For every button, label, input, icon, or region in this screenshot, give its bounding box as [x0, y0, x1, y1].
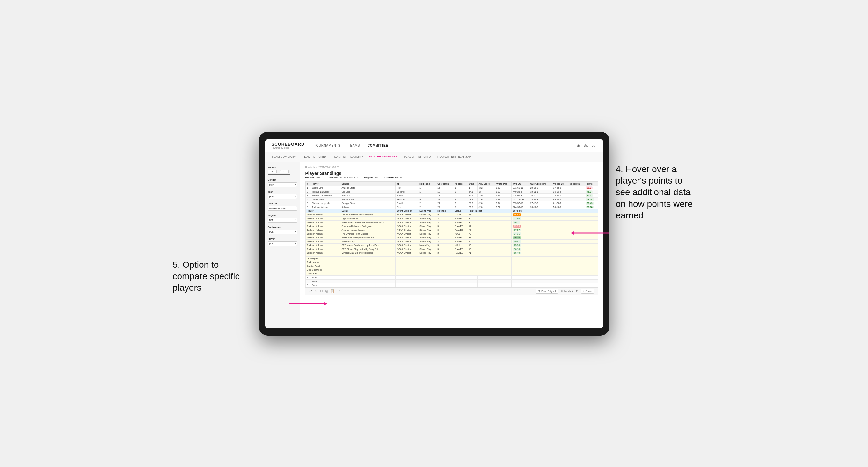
timer-btn[interactable]: ⏱: [337, 289, 341, 293]
annotation-5: 5. Option to compare specific players: [173, 259, 249, 294]
nav-right: ◉ Sign out: [577, 143, 597, 148]
sidebar-no-rds-label: No Rds.: [268, 166, 298, 169]
range-from[interactable]: 4: [268, 170, 277, 174]
sidebar-conference-control[interactable]: (All)▾: [268, 229, 298, 234]
sidebar-year-control[interactable]: (All)▾: [268, 194, 298, 199]
table-row: 8 Mats: [305, 279, 598, 283]
share-label: Share: [585, 290, 592, 292]
nav-links: TOURNAMENTS TEAMS COMMITTEE: [314, 143, 577, 148]
col-rank: #: [305, 181, 310, 186]
sub-nav-team-summary[interactable]: TEAM SUMMARY: [272, 155, 296, 159]
tablet-screen: SCOREBOARD Powered by clippi TOURNAMENTS…: [265, 139, 603, 328]
share-btn[interactable]: ⤴ Share: [581, 289, 594, 293]
content-header: Update time: 27/01/2024 16:56:26: [305, 166, 598, 168]
sidebar-region: Region N/A▾: [268, 214, 298, 222]
table-row: 1 Wenyi Ding Arizona State First 1 15 1 …: [305, 186, 598, 190]
arrow-5-svg: [289, 301, 328, 307]
col-points: Points: [584, 181, 598, 186]
toolbar-right: ⊞ View: Original 👁 Watch ▾ ⬆ ⤴: [535, 289, 594, 293]
nav-tournaments[interactable]: TOURNAMENTS: [314, 143, 340, 148]
sidebar-region-control[interactable]: N/A▾: [268, 218, 298, 222]
svg-marker-1: [323, 302, 328, 306]
sidebar-player-control[interactable]: (All)▾: [268, 241, 298, 246]
paste-btn[interactable]: 📋: [330, 289, 335, 293]
points-badge[interactable]: 70.2: [586, 194, 593, 197]
event-row: Jackson Koloun Amer An Intercollegiate N…: [305, 228, 598, 232]
event-row: Jackson Koloun Williams Cup NCAA Divisio…: [305, 240, 598, 243]
col-vs25: Vs Top 25: [552, 181, 568, 186]
event-row: Bastian Amat: [305, 264, 598, 268]
event-row: Jack Lundin: [305, 260, 598, 264]
sidebar-gender-control[interactable]: Men▾: [268, 182, 298, 187]
view-icon: ⊞: [538, 290, 540, 292]
event-row: Cole Sherwood: [305, 268, 598, 272]
toolbar-left: ↩ ↪ ↺ ⎘ 📋 ⏱: [309, 289, 341, 293]
sidebar-no-rds: No Rds. 4 - 52: [268, 166, 298, 175]
view-label: View: Original: [541, 290, 556, 292]
points-badge[interactable]: 58.18: [586, 206, 594, 209]
nav-teams[interactable]: TEAMS: [348, 143, 360, 148]
sidebar-conference-label: Conference: [268, 226, 298, 228]
sign-out-link[interactable]: Sign out: [584, 143, 597, 148]
sidebar-gender-label: Gender: [268, 179, 298, 181]
event-row: Jackson Koloun The Cypress Point Classic…: [305, 232, 598, 236]
table-row: 3 Michael Thorbjornsen Stanford Fourth 1…: [305, 193, 598, 197]
points-badge[interactable]: 60.49: [586, 202, 594, 205]
update-time: Update time: 27/01/2024 16:56:26: [305, 166, 339, 168]
sidebar-player: Player (All)▾: [268, 238, 298, 246]
bottom-toolbar: ↩ ↪ ↺ ⎘ 📋 ⏱ ⊞ View: Original: [305, 287, 598, 295]
col-adj-score: Adj. Score: [477, 181, 494, 186]
points-badge[interactable]: 88.2: [586, 186, 593, 189]
slider-fill: [268, 175, 290, 175]
svg-marker-3: [570, 231, 575, 235]
logo-area: SCOREBOARD Powered by clippi: [272, 142, 305, 149]
event-row: Jackson Koloun UNCW Seahawk Intercollegi…: [305, 213, 598, 216]
col-avg-sg: Avg SG: [511, 181, 529, 186]
watch-btn[interactable]: 👁 Watch ▾: [561, 290, 573, 292]
col-vs50: Vs Top 50: [568, 181, 584, 186]
sub-nav: TEAM SUMMARY TEAM H2H GRID TEAM H2H HEAT…: [265, 152, 603, 162]
filter-conference: Conference: All: [384, 176, 403, 179]
event-row: Jackson Koloun Tiger Invitational NCAA D…: [305, 216, 598, 220]
copy-btn[interactable]: ⎘: [326, 289, 328, 293]
event-row: Jackson Koloun SEC Stroke Play hosted by…: [305, 247, 598, 251]
sidebar-region-label: Region: [268, 214, 298, 217]
view-original-btn[interactable]: ⊞ View: Original: [535, 289, 558, 293]
sub-nav-h2h-heatmap[interactable]: TEAM H2H HEATMAP: [333, 155, 363, 159]
table-row: 2 Michael La Sasso Ole Miss Second 1 18 …: [305, 190, 598, 193]
filters-row: Gender: Men Division: NCAA Division I Re…: [305, 176, 598, 179]
nav-committee[interactable]: COMMITTEE: [368, 143, 388, 148]
sidebar-no-rds-range: 4 - 52: [268, 170, 298, 174]
sidebar-player-label: Player: [268, 238, 298, 240]
event-row: Petr Hruby: [305, 272, 598, 275]
sidebar-conference: Conference (All)▾: [268, 226, 298, 234]
content-area: Update time: 27/01/2024 16:56:26 Player …: [300, 162, 603, 328]
sidebar-division-control[interactable]: NCAA Division I▾: [268, 206, 298, 211]
col-no-rds: No Rds.: [453, 181, 467, 186]
export-btn[interactable]: ⬆: [576, 289, 578, 293]
points-badge[interactable]: 68.54: [586, 198, 594, 201]
sidebar-division-label: Division: [268, 202, 298, 205]
range-to[interactable]: 52: [280, 170, 289, 174]
sub-nav-player-summary[interactable]: PLAYER SUMMARY: [369, 154, 398, 159]
logo-sub: Powered by clippi: [272, 147, 305, 149]
watch-label: Watch: [564, 290, 571, 292]
slider-track[interactable]: [268, 175, 290, 175]
outer-wrapper: 4. Hover over a player's points to see a…: [259, 132, 610, 336]
col-conf-rank: Conf Rank: [436, 181, 453, 186]
sidebar-gender: Gender Men▾: [268, 179, 298, 187]
table-header-row: # Player School Yr Reg Rank Conf Rank No…: [305, 181, 598, 186]
redo-btn[interactable]: ↪: [315, 289, 317, 293]
refresh-btn[interactable]: ↺: [320, 289, 323, 293]
col-school: School: [340, 181, 395, 186]
nav-bar: SCOREBOARD Powered by clippi TOURNAMENTS…: [265, 139, 603, 152]
sub-nav-h2h-grid[interactable]: TEAM H2H GRID: [302, 155, 326, 159]
tooltip-header-row: Player Event Event Division Event Type R…: [305, 209, 598, 213]
sub-nav-player-h2h-heatmap[interactable]: PLAYER H2H HEATMAP: [437, 155, 471, 159]
undo-btn[interactable]: ↩: [309, 289, 312, 293]
points-badge[interactable]: 76.3: [586, 190, 593, 193]
sub-nav-player-h2h-grid[interactable]: PLAYER H2H GRID: [404, 155, 431, 159]
eye-icon: 👁: [561, 290, 563, 292]
event-row: Jackson Koloun SEC Match Play hosted by …: [305, 243, 598, 247]
col-wins: Wins: [467, 181, 477, 186]
